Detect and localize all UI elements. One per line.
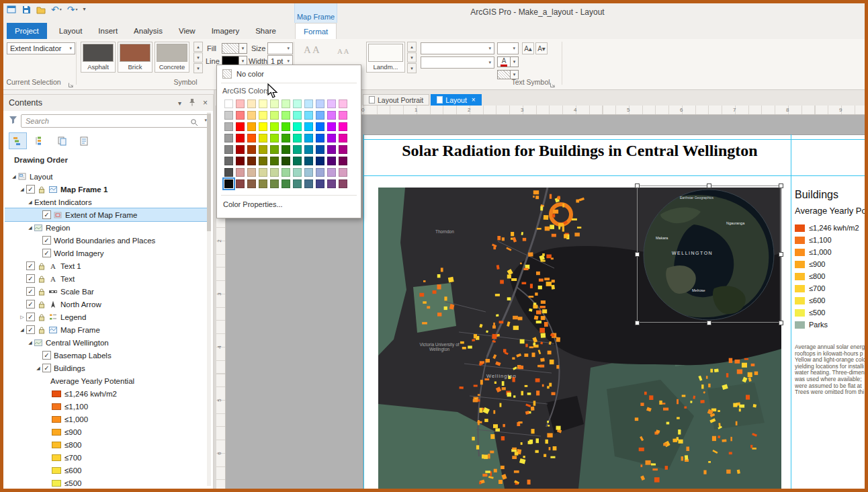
ribbon-tab-share[interactable]: Share	[247, 23, 284, 39]
color-swatch[interactable]	[247, 157, 256, 165]
gallery-up-icon[interactable]: ▴	[407, 42, 417, 52]
color-swatch[interactable]	[247, 99, 256, 108]
view-tab-layout[interactable]: Layout×	[431, 94, 481, 106]
expander-open-icon[interactable]: ◢	[18, 187, 26, 192]
color-swatch[interactable]	[293, 145, 302, 154]
color-swatch[interactable]	[316, 134, 324, 142]
expander-open-icon[interactable]: ◢	[26, 225, 34, 231]
color-swatch[interactable]	[259, 99, 267, 108]
dialog-launcher-icon[interactable]	[68, 79, 74, 91]
visibility-checkbox[interactable]: ✓	[26, 300, 35, 309]
selection-handle[interactable]	[779, 183, 783, 188]
color-swatch[interactable]	[270, 122, 279, 131]
color-swatch[interactable]	[304, 168, 313, 177]
color-swatch[interactable]	[304, 111, 313, 120]
symbol-gallery-item-concrete[interactable]: Concrete	[155, 42, 189, 73]
visibility-checkbox[interactable]: ✓	[42, 364, 51, 372]
tree-item-1-100[interactable]: ≤1,100	[5, 400, 208, 413]
ribbon-tab-layout[interactable]: Layout	[51, 23, 91, 39]
color-swatch[interactable]	[281, 134, 290, 142]
customize-quick-access-icon[interactable]: ▾	[83, 5, 86, 14]
color-swatch[interactable]	[316, 111, 324, 120]
color-swatch[interactable]	[293, 168, 302, 177]
tree-item-600[interactable]: ≤600	[5, 464, 208, 477]
color-swatch[interactable]	[316, 145, 324, 154]
tree-item-text[interactable]: ✓AText	[5, 272, 208, 285]
color-swatch[interactable]	[327, 99, 336, 108]
tree-item-scale-bar[interactable]: ✓Scale Bar	[5, 285, 208, 298]
selection-handle[interactable]	[707, 183, 711, 188]
tree-item-world-boundaries-and-places[interactable]: ✓World Boundaries and Places	[5, 234, 208, 247]
ribbon-tab-format[interactable]: Format	[295, 23, 337, 39]
tree-item-500[interactable]: ≤500	[5, 477, 208, 487]
color-swatch[interactable]	[259, 122, 267, 131]
pin-icon[interactable]	[189, 98, 196, 108]
list-by-type-button[interactable]	[31, 132, 49, 149]
color-swatch[interactable]	[304, 179, 313, 188]
expander-closed-icon[interactable]: ▷	[18, 315, 26, 320]
redo-icon[interactable]: ↷▾	[67, 5, 78, 14]
color-swatch[interactable]	[304, 134, 313, 142]
tree-item-1-246-kwh-m2[interactable]: ≤1,246 kwh/m2	[5, 387, 208, 400]
list-elements-button[interactable]	[75, 132, 93, 149]
close-tab-icon[interactable]: ×	[472, 96, 476, 104]
color-swatch[interactable]	[224, 99, 233, 108]
add-data-icon[interactable]	[36, 5, 46, 14]
undo-icon[interactable]: ↶▾	[51, 5, 62, 14]
color-swatch[interactable]	[270, 168, 279, 177]
color-swatch[interactable]	[293, 111, 302, 120]
color-swatch[interactable]	[224, 145, 233, 154]
no-color-option[interactable]: No color	[217, 65, 361, 81]
expander-open-icon[interactable]: ◢	[18, 327, 26, 333]
visibility-checkbox[interactable]: ✓	[42, 249, 51, 257]
color-swatch[interactable]	[339, 134, 347, 142]
tree-item-buildings[interactable]: ◢✓Buildings	[5, 362, 208, 374]
page-title-text[interactable]: Solar Radiation for Buildings in Central…	[378, 142, 781, 160]
list-map-frames-button[interactable]	[53, 132, 71, 149]
caret-down-icon[interactable]: ▾	[178, 99, 181, 107]
color-swatch[interactable]	[327, 145, 336, 154]
selection-handle[interactable]	[779, 321, 783, 325]
color-swatch[interactable]	[247, 122, 256, 131]
fill-color-button[interactable]	[222, 43, 239, 54]
color-swatch[interactable]	[224, 122, 233, 131]
ribbon-tab-project[interactable]: Project	[7, 23, 47, 39]
color-swatch[interactable]	[259, 134, 267, 142]
gallery-down-icon[interactable]: ▾	[193, 52, 203, 63]
color-swatch[interactable]	[236, 111, 245, 120]
color-swatch[interactable]	[293, 179, 302, 188]
color-swatch[interactable]	[327, 168, 336, 177]
close-icon[interactable]: ×	[203, 98, 208, 108]
color-swatch[interactable]	[236, 179, 245, 188]
filter-icon[interactable]	[9, 115, 17, 127]
font-size-combo[interactable]: ▾	[497, 42, 519, 54]
expander-open-icon[interactable]: ◢	[26, 200, 34, 205]
tree-item-text-1[interactable]: ✓AText 1	[5, 259, 208, 272]
color-swatch[interactable]	[339, 179, 347, 188]
redo-caret-icon[interactable]: ▾	[75, 5, 77, 14]
color-swatch[interactable]	[224, 157, 233, 165]
save-icon[interactable]	[21, 5, 31, 14]
symbol-gallery-item-brick[interactable]: Brick	[118, 42, 153, 73]
font-preview[interactable]: A A	[304, 44, 320, 56]
element-selector-dropdown[interactable]: Extent Indicator▾	[7, 42, 75, 54]
color-swatch[interactable]	[270, 145, 279, 154]
color-swatch[interactable]	[304, 99, 313, 108]
color-swatch[interactable]	[327, 134, 336, 142]
ribbon-tab-imagery[interactable]: Imagery	[204, 23, 248, 39]
color-swatch[interactable]	[316, 99, 324, 108]
gallery-expand-icon[interactable]: ▾	[193, 63, 203, 73]
list-by-drawing-order-button[interactable]	[9, 132, 27, 149]
tree-item-map-frame-1[interactable]: ◢✓Map Frame 1	[5, 183, 208, 196]
color-properties-option[interactable]: Color Properties...	[217, 197, 361, 212]
color-swatch[interactable]	[316, 122, 324, 131]
visibility-checkbox[interactable]: ✓	[26, 274, 35, 283]
scrollbar-thumb[interactable]	[207, 114, 211, 231]
search-icon[interactable]	[190, 117, 198, 129]
color-swatch[interactable]	[281, 99, 290, 108]
color-swatch[interactable]	[293, 134, 302, 142]
shrink-font-button[interactable]: A▾	[535, 42, 548, 54]
visibility-checkbox[interactable]: ✓	[42, 210, 51, 219]
visibility-checkbox[interactable]: ✓	[26, 325, 35, 334]
color-swatch[interactable]	[293, 157, 302, 165]
